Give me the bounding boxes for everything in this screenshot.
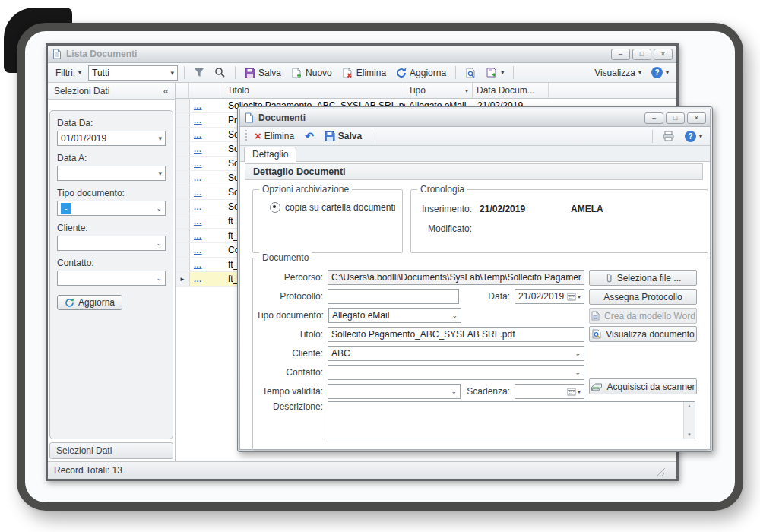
cliente-label: Cliente: — [256, 348, 328, 359]
close-button[interactable]: × — [654, 49, 673, 60]
refresh-button[interactable]: Aggiorna — [393, 67, 449, 79]
radio-copia-cartella[interactable] — [270, 202, 280, 213]
protocollo-input[interactable] — [328, 289, 459, 304]
percorso-label: Percorso: — [256, 272, 328, 283]
help-dropdown[interactable]: ? ▾ — [648, 66, 672, 79]
help-icon: ? — [685, 131, 696, 142]
collapse-sidebar-button[interactable]: « — [163, 85, 169, 97]
data-da-combobox[interactable]: 01/01/2019 ▾ — [57, 131, 166, 146]
contatto-select[interactable]: ⌄ — [328, 365, 584, 380]
main-titlebar: Lista Documenti – □ × — [48, 46, 676, 63]
acquisisci-da-scanner-button[interactable]: Acquisisci da scanner — [589, 378, 697, 394]
new-document-icon — [291, 68, 302, 78]
contatto-label: Contatto: — [57, 258, 166, 268]
filter-combobox[interactable]: Tutti ▾ — [88, 65, 178, 81]
column-header-tipo[interactable]: Tipo▾ — [404, 83, 473, 98]
filter-sidebar: Selezioni Dati « Data Da: 01/01/2019 ▾ D… — [48, 83, 176, 461]
chevron-down-icon: ▾ — [170, 69, 174, 77]
aggiorna-button[interactable]: Aggiorna — [57, 295, 122, 310]
maximize-button[interactable]: □ — [666, 112, 685, 124]
modificato-label: Modificato: — [428, 223, 472, 234]
selected-value-chip: - — [61, 203, 71, 214]
tipo-documento-select[interactable]: Allegato eMail ⌄ — [328, 308, 461, 323]
status-bar: Record Totali: 13 — [48, 461, 676, 479]
row-open-link[interactable]: ... — [190, 159, 224, 168]
selezioni-dati-tab[interactable]: Selezioni Dati — [49, 442, 173, 459]
new-button[interactable]: Nuovo — [288, 67, 335, 79]
undo-button[interactable]: ↶ — [302, 130, 317, 142]
row-open-link[interactable]: ... — [190, 202, 224, 211]
elimina-button[interactable]: × Elimina — [252, 130, 297, 142]
scroll-up-icon[interactable]: ▲ — [687, 404, 692, 408]
inserimento-user: AMELA — [571, 204, 603, 214]
resize-grip[interactable] — [655, 466, 665, 476]
document-icon — [52, 49, 62, 59]
scadenza-datepicker[interactable]: ▾ — [515, 384, 584, 399]
descrizione-label: Descrizione: — [256, 401, 328, 412]
column-header-data[interactable]: Data Docum... — [473, 83, 549, 98]
tipo-documento-label: Tipo documento: — [57, 188, 166, 198]
scrollbar[interactable]: ▲ ▼ — [683, 402, 695, 439]
search-icon[interactable] — [211, 66, 229, 79]
assegna-protocollo-button[interactable]: Assegna Protocollo — [589, 289, 697, 305]
tab-dettaglio[interactable]: Dettaglio — [244, 147, 296, 162]
save-button[interactable]: Salva — [242, 67, 284, 79]
protocollo-label: Protocollo: — [256, 291, 328, 302]
row-open-link[interactable]: ... — [190, 188, 224, 197]
row-open-link[interactable]: ... — [190, 217, 224, 226]
scadenza-label: Scadenza: — [461, 386, 515, 397]
tempo-validita-select[interactable]: ⌄ — [328, 384, 461, 399]
delete-document-icon — [342, 68, 353, 78]
filtri-dropdown[interactable]: Filtri: ▾ — [52, 67, 84, 79]
export-layout-button[interactable]: ▾ — [483, 67, 507, 79]
row-open-link[interactable]: ... — [190, 144, 224, 154]
printer-icon — [663, 131, 674, 141]
preview-icon[interactable] — [462, 67, 480, 79]
dialog-toolbar: × Elimina ↶ Salva ? ▾ — [240, 127, 710, 146]
inserimento-date: 21/02/2019 — [480, 204, 525, 214]
visualizza-dropdown[interactable]: Visualizza ▾ — [591, 67, 644, 79]
data-datepicker[interactable]: 21/02/2019 ▾ — [515, 289, 584, 304]
maximize-button[interactable]: □ — [632, 49, 651, 60]
filter-caret-icon: ▾ — [465, 87, 468, 94]
row-open-link[interactable]: ... — [190, 173, 224, 182]
data-a-combobox[interactable]: ▾ — [57, 166, 166, 181]
row-open-link[interactable]: ... — [190, 101, 224, 110]
radio-label: copia su cartella documenti — [285, 202, 395, 213]
dialog-title: Documenti — [258, 112, 306, 123]
column-header-titolo[interactable]: Titolo — [223, 83, 404, 98]
minimize-button[interactable]: – — [611, 49, 630, 60]
seleziona-file-button[interactable]: Seleziona file ... — [589, 270, 697, 286]
toolbar-grip — [245, 130, 247, 142]
row-open-link[interactable]: ... — [190, 274, 224, 283]
row-open-link[interactable]: ... — [190, 130, 224, 139]
device-frame: Lista Documenti – □ × Filtri: ▾ Tutti ▾ — [17, 23, 743, 511]
row-open-link[interactable]: ... — [190, 245, 224, 255]
cliente-select[interactable]: ABC ⌄ — [328, 346, 584, 361]
help-dropdown[interactable]: ? ▾ — [682, 130, 705, 143]
chevron-down-icon: ⌄ — [156, 239, 162, 247]
titolo-input[interactable]: Sollecito Pagamento_ABC_SYSLAB SRL.pdf — [328, 327, 584, 342]
calendar-icon: ▾ — [567, 293, 581, 301]
tipo-documento-combobox[interactable]: - ⌄ — [57, 201, 166, 216]
scroll-down-icon[interactable]: ▼ — [687, 432, 692, 437]
salva-button[interactable]: Salva — [321, 130, 365, 142]
contatto-combobox[interactable]: ⌄ — [57, 271, 166, 286]
row-open-link[interactable]: ... — [190, 231, 224, 240]
visualizza-documento-button[interactable]: Visualizza documento — [589, 326, 697, 342]
chevron-down-icon: ▾ — [638, 69, 641, 76]
delete-button[interactable]: Elimina — [339, 67, 389, 79]
filter-icon[interactable] — [191, 67, 207, 78]
cliente-combobox[interactable]: ⌄ — [57, 236, 166, 251]
minimize-button[interactable]: – — [644, 112, 663, 124]
descrizione-textarea[interactable]: ▲ ▼ — [328, 401, 695, 439]
row-open-link[interactable]: ... — [190, 260, 224, 269]
print-button[interactable] — [660, 130, 677, 142]
refresh-icon — [396, 68, 407, 78]
chevron-down-icon: ⌄ — [451, 312, 458, 319]
scanner-icon — [591, 382, 603, 391]
row-open-link[interactable]: ... — [190, 116, 224, 125]
close-button[interactable]: × — [687, 112, 706, 124]
dialog-titlebar: Documenti – □ × — [240, 109, 710, 127]
chevron-down-icon: ⌄ — [156, 204, 162, 212]
